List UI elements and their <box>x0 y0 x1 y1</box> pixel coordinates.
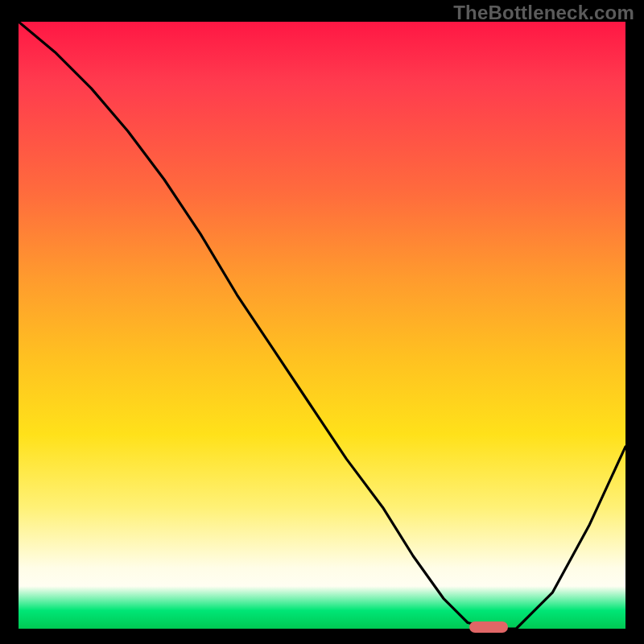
plot-area <box>19 22 625 629</box>
chart-frame: TheBottleneck.com <box>0 0 644 644</box>
optimum-marker <box>469 621 508 633</box>
gradient-background <box>19 22 625 629</box>
watermark-text: TheBottleneck.com <box>453 2 634 24</box>
